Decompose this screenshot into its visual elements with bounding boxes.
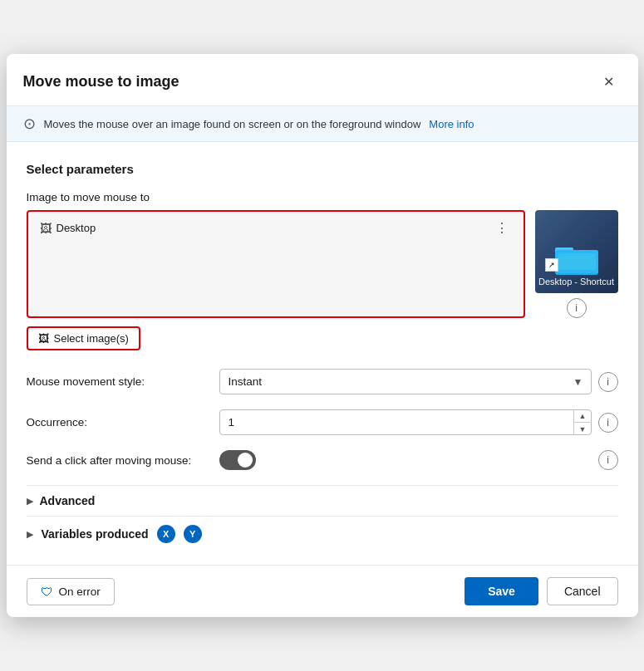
select-images-label: Select image(s) xyxy=(54,332,129,345)
save-button[interactable]: Save xyxy=(465,577,538,605)
send-click-label: Send a click after moving mouse: xyxy=(27,454,209,467)
footer-right: Save Cancel xyxy=(465,577,617,605)
image-select-area: 🖼 Desktop ⋮ ↗ xyxy=(27,210,618,318)
variables-produced-section[interactable]: ▶ Variables produced X Y xyxy=(27,516,618,551)
advanced-chevron-icon: ▶ xyxy=(27,496,33,507)
close-button[interactable]: ✕ xyxy=(597,69,622,94)
cancel-button[interactable]: Cancel xyxy=(547,577,618,605)
occurrence-label: Occurrence: xyxy=(27,416,209,429)
dialog-header: Move mouse to image ✕ xyxy=(7,54,638,105)
on-error-label: On error xyxy=(59,585,101,598)
variable-badge-y: Y xyxy=(184,525,202,543)
occurrence-spinner-arrows: ▲ ▼ xyxy=(573,409,592,435)
mouse-movement-control: Instant ▼ i xyxy=(219,369,618,394)
shield-icon: 🛡 xyxy=(41,585,53,599)
variable-badge-x: X xyxy=(157,525,175,543)
image-list-box[interactable]: 🖼 Desktop ⋮ xyxy=(27,210,525,318)
occurrence-row: Occurrence: ▲ ▼ i xyxy=(27,409,618,435)
info-banner-text: Moves the mouse over an image found on s… xyxy=(44,118,421,130)
send-click-toggle[interactable] xyxy=(219,450,256,470)
send-click-control: i xyxy=(219,450,618,470)
variables-chevron-icon: ▶ xyxy=(27,529,33,540)
image-file-icon: 🖼 xyxy=(40,222,52,235)
image-list-item-left: 🖼 Desktop xyxy=(40,222,96,235)
dialog-container: Move mouse to image ✕ ⊙ Moves the mouse … xyxy=(7,54,638,617)
dialog-title: Move mouse to image xyxy=(23,73,179,91)
on-error-button[interactable]: 🛡 On error xyxy=(27,578,115,605)
robot-icon: ⊙ xyxy=(23,115,36,133)
shortcut-arrow-icon: ↗ xyxy=(545,258,558,272)
mouse-movement-dropdown-wrapper: Instant ▼ xyxy=(219,369,592,394)
info-banner: ⊙ Moves the mouse over an image found on… xyxy=(7,105,638,142)
image-item-label: Desktop xyxy=(57,222,96,234)
dots-menu-button[interactable]: ⋮ xyxy=(492,220,512,236)
thumbnail-box: ↗ Desktop - Shortcut xyxy=(535,210,618,293)
send-click-toggle-wrapper xyxy=(219,450,256,470)
advanced-section[interactable]: ▶ Advanced xyxy=(27,485,618,516)
thumbnail-caption: Desktop - Shortcut xyxy=(538,277,614,287)
select-images-button[interactable]: 🖼 Select image(s) xyxy=(27,326,140,350)
thumbnail-info-button[interactable]: i xyxy=(567,298,587,318)
occurrence-spinner-wrapper: ▲ ▼ xyxy=(219,409,592,435)
folder-svg-icon xyxy=(555,243,598,277)
occurrence-control: ▲ ▼ i xyxy=(219,409,618,435)
dialog-footer: 🛡 On error Save Cancel xyxy=(7,565,638,617)
advanced-label: Advanced xyxy=(40,494,96,507)
section-title: Select parameters xyxy=(27,162,618,176)
occurrence-input[interactable] xyxy=(219,409,592,435)
thumbnail-area: ↗ Desktop - Shortcut i xyxy=(535,210,618,318)
send-click-info-button[interactable]: i xyxy=(598,450,618,470)
occurrence-info-button[interactable]: i xyxy=(598,413,618,433)
mouse-movement-style-row: Mouse movement style: Instant ▼ i xyxy=(27,369,618,394)
mouse-movement-info-button[interactable]: i xyxy=(598,372,618,392)
image-label: Image to move mouse to xyxy=(27,191,618,203)
toggle-knob xyxy=(238,453,253,468)
send-click-row: Send a click after moving mouse: i xyxy=(27,450,618,470)
mouse-movement-label: Mouse movement style: xyxy=(27,375,209,388)
svg-rect-3 xyxy=(558,253,596,270)
mouse-movement-dropdown[interactable]: Instant xyxy=(219,369,592,394)
variables-produced-label: Variables produced xyxy=(42,527,149,541)
dialog-body: Select parameters Image to move mouse to… xyxy=(7,142,638,565)
more-info-link[interactable]: More info xyxy=(429,118,474,130)
occurrence-up-button[interactable]: ▲ xyxy=(574,409,592,423)
occurrence-down-button[interactable]: ▼ xyxy=(574,423,592,435)
select-images-icon: 🖼 xyxy=(38,332,49,345)
image-list-item: 🖼 Desktop ⋮ xyxy=(35,217,517,239)
